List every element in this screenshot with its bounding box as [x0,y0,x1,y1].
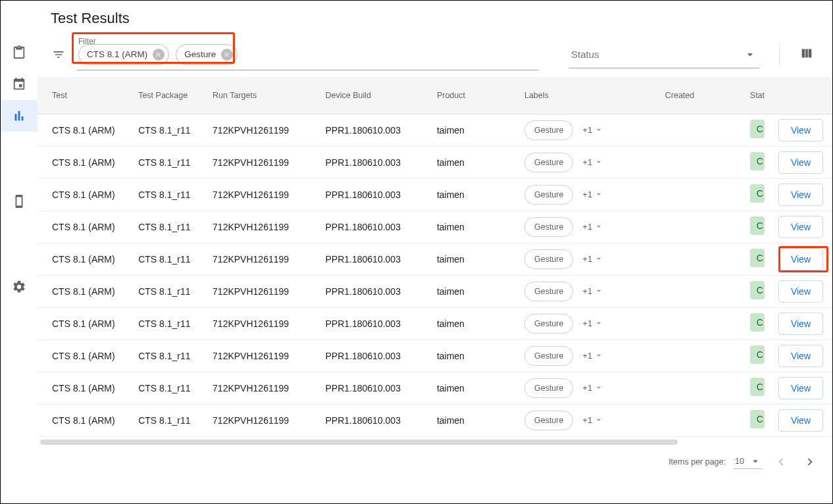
cell-device-build: PPR1.180610.003 [317,114,428,146]
table-row[interactable]: CTS 8.1 (ARM) CTS 8.1_r11 712KPVH1261199… [38,114,832,146]
label-more-count[interactable]: +1 [582,350,604,361]
label-chip[interactable]: Gesture [524,378,573,398]
sidebar-item-schedule[interactable] [1,68,38,100]
bar-chart-icon [12,109,26,123]
view-button[interactable]: View [778,119,823,141]
label-more-count[interactable]: +1 [582,382,604,393]
cell-product: taimen [429,307,517,340]
label-more-count[interactable]: +1 [582,286,604,296]
filter-chip[interactable]: Gesture [176,44,238,65]
col-header-test[interactable]: Test [38,77,130,114]
cell-package: CTS 8.1_r11 [130,307,205,340]
cell-device-build: PPR1.180610.003 [317,307,428,340]
table-paginator: Items per page: 10 [38,445,832,478]
cell-device-build: PPR1.180610.003 [317,211,428,243]
label-chip[interactable]: Gesture [524,282,573,301]
cell-labels: Gesture +1 [517,275,657,307]
cell-run-targets: 712KPVH1261199 [205,307,317,340]
filter-list-icon[interactable] [51,48,66,61]
status-badge: C [750,120,765,138]
label-more-count[interactable]: +1 [582,318,604,328]
col-header-package[interactable]: Test Package [130,77,205,114]
col-header-created[interactable]: Created [657,77,742,114]
horizontal-scrollbar[interactable] [40,440,818,445]
sidebar-item-clipboard[interactable] [1,37,38,68]
column-settings-button[interactable] [799,46,819,63]
cell-labels: Gesture +1 [517,211,657,243]
label-more-count[interactable]: +1 [582,189,604,199]
col-header-product[interactable]: Product [429,77,517,114]
view-button[interactable]: View [778,216,823,238]
label-chip[interactable]: Gesture [524,185,573,205]
view-button[interactable]: View [778,280,823,303]
view-button[interactable]: View [778,313,823,335]
pager-next-button[interactable] [799,451,820,472]
label-chip[interactable]: Gesture [524,153,573,172]
items-per-page-select[interactable]: 10 [734,454,763,469]
cell-labels: Gesture +1 [517,404,657,436]
cell-status: C [742,114,769,146]
table-row[interactable]: CTS 8.1 (ARM) CTS 8.1_r11 712KPVH1261199… [38,404,832,436]
label-chip[interactable]: Gesture [524,217,573,237]
label-chip[interactable]: Gesture [524,411,573,430]
view-button[interactable]: View [778,377,823,399]
phone-icon [12,194,26,209]
label-more-count[interactable]: +1 [582,253,604,264]
chip-remove-icon[interactable] [153,49,164,61]
horizontal-scrollbar-thumb[interactable] [40,440,678,445]
table-row[interactable]: CTS 8.1 (ARM) CTS 8.1_r11 712KPVH1261199… [38,178,832,211]
col-header-run-targets[interactable]: Run Targets [205,77,317,114]
table-row[interactable]: CTS 8.1 (ARM) CTS 8.1_r11 712KPVH1261199… [38,340,832,372]
label-chip[interactable]: Gesture [524,120,573,140]
cell-device-build: PPR1.180610.003 [317,243,428,275]
filter-row: Filter CTS 8.1 (ARM) Gesture Status [38,39,832,77]
table-row[interactable]: CTS 8.1 (ARM) CTS 8.1_r11 712KPVH1261199… [38,372,832,404]
cell-created [657,340,742,372]
view-button[interactable]: View [778,151,823,174]
filter-chip[interactable]: CTS 8.1 (ARM) [78,44,169,65]
cell-run-targets: 712KPVH1261199 [205,211,317,243]
chevron-left-icon [774,455,788,469]
status-badge: C [750,410,765,428]
view-button[interactable]: View [778,248,823,270]
label-more-count[interactable]: +1 [582,157,604,167]
label-chip[interactable]: Gesture [524,314,573,334]
chip-remove-icon[interactable] [221,49,233,61]
table-row[interactable]: CTS 8.1 (ARM) CTS 8.1_r11 712KPVH1261199… [38,275,832,307]
table-row[interactable]: CTS 8.1 (ARM) CTS 8.1_r11 712KPVH1261199… [38,307,832,340]
view-button[interactable]: View [778,345,823,367]
label-more-count[interactable]: +1 [582,415,604,425]
sidebar-item-settings[interactable] [1,271,38,303]
status-select-placeholder: Status [571,49,599,60]
label-chip[interactable]: Gesture [524,249,573,269]
status-select[interactable]: Status [568,41,759,68]
label-chip[interactable]: Gesture [524,346,573,366]
status-badge: C [750,152,765,170]
cell-action: View [769,404,832,436]
col-header-labels[interactable]: Labels [517,77,657,114]
table-row[interactable]: CTS 8.1 (ARM) CTS 8.1_r11 712KPVH1261199… [38,243,832,275]
table-row[interactable]: CTS 8.1 (ARM) CTS 8.1_r11 712KPVH1261199… [38,146,832,178]
sidebar-item-devices[interactable] [1,186,38,217]
col-header-status[interactable]: Stat [742,77,769,114]
dropdown-arrow-icon [593,350,604,361]
filter-field[interactable]: Filter CTS 8.1 (ARM) Gesture [77,39,538,70]
cell-test: CTS 8.1 (ARM) [38,146,130,178]
cell-product: taimen [429,211,517,243]
items-per-page-label: Items per page: [669,457,726,466]
pager-prev-button[interactable] [770,451,792,472]
sidebar-nav [1,1,38,503]
label-more-count[interactable]: +1 [582,221,604,232]
col-header-device-build[interactable]: Device Build [317,77,428,114]
cell-package: CTS 8.1_r11 [130,404,205,436]
cell-created [657,307,742,340]
vertical-divider [779,43,780,66]
label-more-count[interactable]: +1 [582,124,604,135]
view-button[interactable]: View [778,409,823,432]
cell-product: taimen [429,404,517,436]
cell-package: CTS 8.1_r11 [130,178,205,211]
table-row[interactable]: CTS 8.1 (ARM) CTS 8.1_r11 712KPVH1261199… [38,211,832,243]
view-button[interactable]: View [778,184,823,206]
cell-labels: Gesture +1 [517,307,657,340]
sidebar-item-results[interactable] [1,100,38,132]
